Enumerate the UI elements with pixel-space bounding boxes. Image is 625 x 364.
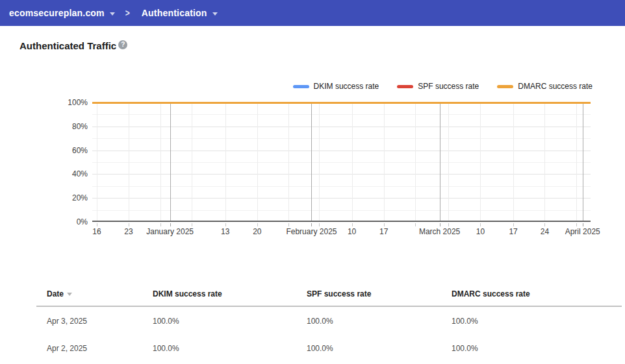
table-cell: 100.0% [153,317,307,326]
vertical-gridline [257,103,258,221]
table-header-cell[interactable]: SPF success rate [307,289,452,298]
help-icon[interactable]: ? [118,40,127,49]
axis-tick-mark [440,223,440,226]
horizontal-gridline [92,138,591,139]
horizontal-gridline [92,151,591,151]
y-tick-label: 60% [58,146,88,155]
legend-line-swatch [293,85,309,88]
horizontal-gridline [92,186,591,187]
vertical-gridline [288,103,289,221]
axis-tick-mark [129,223,129,226]
table-cell: 100.0% [307,317,452,326]
axis-tick-mark [170,223,171,226]
axis-tick-mark [384,223,385,226]
x-tick-label: April 2025 [541,227,625,236]
table-header-row: DateDKIM success rateSPF success rateDMA… [47,289,619,298]
caret-down-icon [110,12,115,16]
domain-selector-label: ecomsecureplan.com [9,8,105,18]
legend-label: DKIM success rate [314,82,379,91]
vertical-gridline [448,103,449,221]
table-cell: Apr 2, 2025 [47,344,153,353]
axis-tick-mark [576,223,577,226]
axis-tick-mark [257,223,258,226]
vertical-gridline [583,103,583,221]
table-cell: 100.0% [307,344,452,353]
horizontal-gridline [92,114,591,115]
table-header-cell[interactable]: DMARC success rate [452,289,619,298]
traffic-table: DateDKIM success rateSPF success rateDMA… [47,289,619,298]
axis-tick-mark [225,223,226,226]
axis-tick-mark [97,223,97,226]
y-tick-label: 0% [58,217,88,226]
axis-tick-mark [288,223,289,226]
vertical-gridline [225,103,226,221]
vertical-gridline [352,103,353,221]
axis-tick-mark [448,223,449,226]
table-header-label: SPF success rate [307,289,371,298]
axis-tick-mark [352,223,353,226]
table-row: Apr 3, 2025100.0%100.0%100.0% [47,317,619,326]
page-title: Authenticated Traffic [19,40,116,51]
vertical-gridline [319,103,320,221]
axis-tick-mark [544,223,545,226]
legend-label: DMARC success rate [518,82,593,91]
page-title-row: Authenticated Traffic ? [19,40,127,51]
legend-item: DKIM success rate [293,82,379,91]
axis-tick-mark [319,223,320,226]
axis-tick-mark [415,223,416,226]
table-cell: 100.0% [452,317,619,326]
y-tick-label: 40% [58,169,88,178]
axis-tick-mark [192,223,192,226]
horizontal-gridline [92,127,591,127]
vertical-gridline [415,103,416,221]
vertical-gridline [160,103,161,221]
vertical-gridline [480,103,481,221]
table-row: Apr 2, 2025100.0%100.0%100.0% [47,344,619,353]
vertical-gridline [192,103,192,221]
legend-line-swatch [497,85,513,88]
top-navigation-bar: ecomsecureplan.com > Authentication [0,0,625,26]
vertical-gridline [384,103,385,221]
caret-down-icon [212,12,218,16]
table-header-label: DKIM success rate [153,289,222,298]
table-cell: Apr 3, 2025 [47,317,153,326]
vertical-gridline [440,103,440,221]
sort-descending-icon [67,293,72,296]
legend-label: SPF success rate [418,82,479,91]
legend-item: SPF success rate [397,82,479,91]
horizontal-gridline [92,210,591,211]
axis-tick-mark [583,223,583,226]
horizontal-gridline [92,198,591,199]
vertical-gridline [576,103,577,221]
chart-legend: DKIM success rateSPF success rateDMARC s… [293,82,593,91]
table-cell: 100.0% [153,344,307,353]
vertical-gridline [544,103,545,221]
vertical-gridline [129,103,129,221]
series-line [92,102,591,104]
section-selector-label: Authentication [142,8,207,18]
chevron-right-icon: > [125,7,130,19]
y-tick-label: 80% [58,122,88,131]
table-cell: 100.0% [452,344,619,353]
legend-line-swatch [397,85,413,88]
horizontal-gridline [92,162,591,163]
axis-tick-mark [311,223,312,226]
domain-selector[interactable]: ecomsecureplan.com [9,8,115,18]
vertical-gridline [97,103,97,221]
vertical-gridline [170,103,171,221]
table-header-divider [36,306,622,307]
legend-item: DMARC success rate [497,82,593,91]
axis-tick-mark [160,223,161,226]
vertical-gridline [513,103,514,221]
table-header-label: DMARC success rate [452,289,530,298]
y-tick-label: 20% [58,193,88,202]
table-header-label: Date [47,289,64,298]
vertical-gridline [311,103,312,221]
table-header-cell[interactable]: Date [47,289,153,298]
table-header-cell[interactable]: DKIM success rate [153,289,307,298]
y-tick-label: 100% [58,98,88,107]
section-selector[interactable]: Authentication [142,8,218,18]
axis-tick-mark [513,223,514,226]
chart-plot [92,103,591,222]
axis-tick-mark [480,223,481,226]
